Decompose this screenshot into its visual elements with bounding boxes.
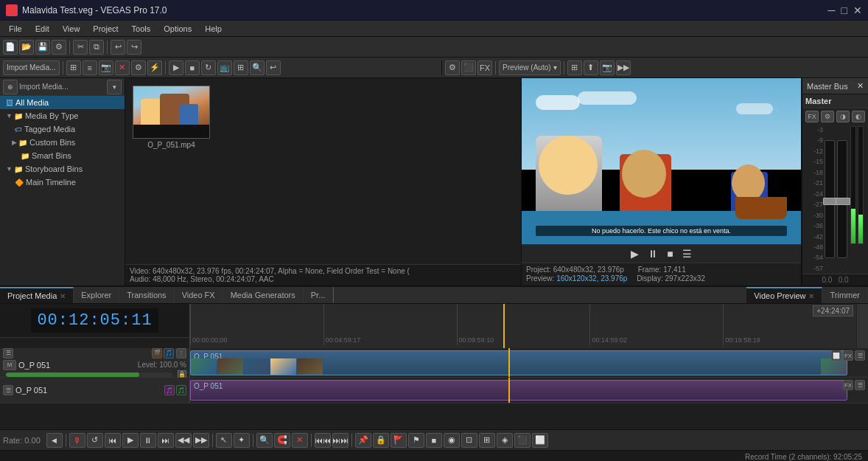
misc-btn-2[interactable]: 🔒: [373, 433, 389, 448]
media-item-o-p-051[interactable]: O_P_051.mp4: [133, 86, 210, 149]
audio-fx-icon[interactable]: FX: [843, 380, 853, 390]
zoom-btn[interactable]: 🔍: [250, 60, 265, 75]
undo-button[interactable]: ↩: [111, 40, 125, 55]
open-button[interactable]: 📂: [19, 40, 34, 55]
fader-track-l[interactable]: [825, 140, 835, 258]
loop-btn[interactable]: ↻: [201, 60, 216, 75]
transport-go-end-btn[interactable]: ⏭: [158, 433, 174, 448]
capture-btn[interactable]: 📷: [99, 60, 113, 75]
fader-track-r[interactable]: [837, 140, 847, 258]
misc-btn-8[interactable]: ⊞: [479, 433, 495, 448]
scroll-left-btn[interactable]: ◀: [46, 433, 63, 448]
transport-record-btn[interactable]: 🎙: [69, 433, 85, 448]
transport-play-btn[interactable]: ▶: [122, 433, 139, 448]
tab-project-media[interactable]: Project Media ✕: [0, 287, 74, 303]
properties-button[interactable]: ⚙: [52, 40, 66, 55]
preview-settings-btn[interactable]: ⚙: [445, 60, 460, 75]
transport-go-start-btn[interactable]: ⏮: [105, 433, 121, 448]
zoom-out-btn[interactable]: ↩: [266, 60, 281, 75]
rewind-btn[interactable]: ⏮⏮: [315, 433, 331, 448]
tab-transitions[interactable]: Transitions: [119, 287, 174, 303]
settings-btn[interactable]: ⚙: [131, 60, 146, 75]
misc-btn-5[interactable]: ■: [426, 433, 442, 448]
timeline-scrollbar-area[interactable]: [856, 304, 868, 348]
transport-frame-fwd-btn[interactable]: ▶▶: [193, 433, 209, 448]
misc-btn-10[interactable]: ⬛: [514, 433, 531, 448]
fader-handle-r[interactable]: [836, 198, 850, 205]
menu-edit[interactable]: Edit: [29, 23, 55, 35]
preview-more-btn[interactable]: ▶▶: [616, 60, 631, 75]
preview-export-btn[interactable]: ⬆: [584, 60, 598, 75]
transport-loop-btn[interactable]: ↺: [87, 433, 103, 448]
save-button[interactable]: 💾: [35, 40, 50, 55]
audio-track-content[interactable]: O_P 051 FX ☰: [190, 378, 868, 403]
media-down-arrow[interactable]: ▾: [107, 80, 122, 94]
preview-play-button[interactable]: ▶: [631, 248, 639, 260]
track-collapse-btn[interactable]: ☰: [3, 348, 13, 358]
fx-icon-2[interactable]: ⚙: [821, 111, 834, 122]
tree-main-timeline[interactable]: 🔶 Main Timeline: [0, 176, 125, 189]
track-more-btn[interactable]: ⋮: [176, 348, 186, 358]
preview-grid-btn[interactable]: ⊞: [567, 60, 582, 75]
track-mute-btn[interactable]: M: [3, 360, 16, 370]
misc-btn-3[interactable]: 🚩: [391, 433, 407, 448]
device-btn[interactable]: 📺: [217, 60, 232, 75]
mixer-close-btn[interactable]: ✕: [857, 81, 864, 91]
cursor-tool-btn[interactable]: ↖: [216, 433, 232, 448]
menu-help[interactable]: Help: [199, 23, 228, 35]
tab-trimmer[interactable]: Trimmer: [822, 287, 868, 303]
tree-all-media[interactable]: 🖼 All Media: [0, 96, 125, 109]
misc-btn-1[interactable]: 📌: [355, 433, 371, 448]
video-track-content[interactable]: O_P 051 ⬜ FX ☰: [190, 348, 868, 377]
video-clip-1[interactable]: O_P 051: [190, 350, 847, 375]
tree-smart-bins[interactable]: 📁 Smart Bins: [0, 149, 125, 162]
play-btn[interactable]: ▶: [169, 60, 183, 75]
menu-project[interactable]: Project: [87, 23, 124, 35]
track-expand-icon[interactable]: ⬜: [831, 350, 841, 361]
audio-menu-icon[interactable]: ☰: [855, 380, 865, 390]
audio-icon-1[interactable]: 🎵: [164, 385, 175, 395]
transport-frame-back-btn[interactable]: ◀◀: [175, 433, 192, 448]
preview-mode-dropdown[interactable]: Preview (Auto) ▾: [499, 60, 561, 75]
auto-btn[interactable]: ⚡: [147, 60, 162, 75]
close-button[interactable]: ✕: [853, 4, 862, 16]
menu-tools[interactable]: Tools: [126, 23, 157, 35]
fx-icon-1[interactable]: FX: [805, 111, 819, 122]
fx-icon-3[interactable]: ◑: [836, 111, 850, 122]
cut-button[interactable]: ✂: [73, 40, 88, 55]
misc-btn-4[interactable]: ⚑: [408, 433, 424, 448]
ff-btn[interactable]: ⏭⏭: [332, 433, 349, 448]
tab-video-preview[interactable]: Video Preview ✕: [746, 287, 822, 303]
snap-btn[interactable]: 🧲: [274, 433, 290, 448]
tab-project-media-close[interactable]: ✕: [60, 292, 66, 300]
tree-storyboard-bins[interactable]: ▼ 📁 Storyboard Bins: [0, 162, 125, 176]
media-tree-expand-btn[interactable]: ⊕: [3, 80, 18, 94]
new-button[interactable]: 📄: [3, 40, 18, 55]
misc-btn-6[interactable]: ◉: [444, 433, 460, 448]
track-menu-icon[interactable]: ☰: [855, 350, 865, 361]
transport-pause-btn[interactable]: ⏸: [140, 433, 156, 448]
tree-media-by-type[interactable]: ▼ 📁 Media By Type: [0, 109, 125, 122]
menu-file[interactable]: File: [3, 23, 28, 35]
audio-collapse-btn[interactable]: ☰: [3, 385, 13, 395]
timeline-ruler-area[interactable]: +24:24:07 00:00:00;00 00:04:59:17 00:09:…: [190, 304, 856, 348]
preview-pause-button[interactable]: ⏸: [648, 248, 658, 260]
import-media-btn[interactable]: Import Media...: [3, 60, 60, 75]
tab-explorer[interactable]: Explorer: [74, 287, 119, 303]
stop-btn[interactable]: ■: [185, 60, 200, 75]
audio-clip-1[interactable]: O_P 051: [190, 380, 847, 401]
copy-button[interactable]: ⧉: [89, 40, 104, 55]
menu-view[interactable]: View: [57, 23, 86, 35]
preview-menu-button[interactable]: ☰: [682, 248, 692, 260]
minimize-button[interactable]: ─: [828, 4, 836, 16]
audio-icon-2[interactable]: 🎵: [176, 385, 186, 395]
grid-btn[interactable]: ⊞: [234, 60, 248, 75]
misc-btn-7[interactable]: ⊡: [461, 433, 477, 448]
maximize-button[interactable]: □: [841, 4, 847, 16]
tree-custom-bins[interactable]: ▶ 📁 Custom Bins: [0, 136, 125, 149]
track-icon-1[interactable]: 🎬: [152, 348, 162, 358]
tab-pr[interactable]: Pr...: [304, 287, 334, 303]
view-btn-1[interactable]: ⊞: [66, 60, 81, 75]
preview-fx-btn[interactable]: FX: [477, 60, 492, 75]
view-btn-2[interactable]: ≡: [83, 60, 97, 75]
